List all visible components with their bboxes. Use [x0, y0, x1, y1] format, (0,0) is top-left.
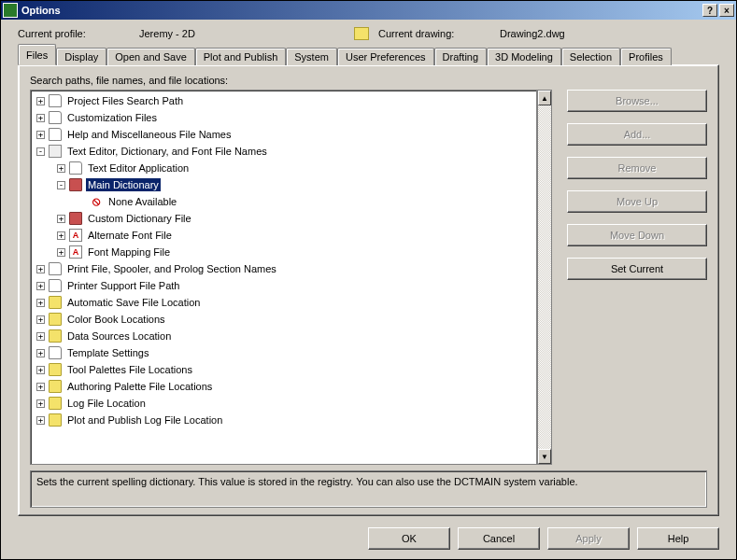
- current-profile-label: Current profile:: [18, 28, 139, 39]
- tree-item-label[interactable]: Custom Dictionary File: [86, 212, 193, 225]
- expand-icon[interactable]: +: [57, 164, 65, 173]
- expand-icon[interactable]: +: [36, 349, 45, 357]
- expand-icon[interactable]: +: [36, 399, 45, 408]
- side-button-column: Browse...Add...RemoveMove UpMove DownSet…: [567, 90, 707, 465]
- tab-open-and-save[interactable]: Open and Save: [106, 48, 194, 65]
- tab-selection[interactable]: Selection: [561, 48, 620, 65]
- tree-item-label[interactable]: Customization Files: [65, 111, 159, 124]
- tab-files[interactable]: Files: [18, 44, 56, 65]
- expand-icon[interactable]: +: [36, 383, 45, 391]
- tree-row[interactable]: +AAlternate Font File: [31, 227, 536, 244]
- current-drawing-label: Current drawing:: [378, 28, 500, 39]
- scroll-track[interactable]: [538, 105, 551, 449]
- tree-item-label[interactable]: Data Sources Location: [65, 329, 173, 343]
- folder-icon: [49, 296, 62, 309]
- tab-plot-and-publish[interactable]: Plot and Publish: [195, 48, 287, 65]
- set-current-button[interactable]: Set Current: [567, 258, 707, 280]
- expand-icon[interactable]: +: [36, 366, 45, 374]
- tab-display[interactable]: Display: [56, 48, 106, 65]
- tree-item-label[interactable]: Template Settings: [65, 346, 150, 359]
- drawing-icon: [354, 27, 369, 40]
- expand-icon[interactable]: +: [36, 416, 45, 425]
- expand-icon[interactable]: +: [36, 131, 45, 139]
- tree-item-label[interactable]: Automatic Save File Location: [65, 296, 202, 309]
- tree-row[interactable]: +Plot and Publish Log File Location: [31, 412, 536, 428]
- expand-icon[interactable]: +: [57, 215, 65, 223]
- tree-item-label[interactable]: Printer Support File Path: [65, 279, 181, 292]
- apply-button[interactable]: Apply: [547, 527, 630, 550]
- tree-item-label[interactable]: Help and Miscellaneous File Names: [65, 128, 233, 141]
- tree-row[interactable]: +Log File Location: [31, 395, 536, 412]
- tree-row[interactable]: +Color Book Locations: [31, 311, 536, 328]
- tab-profiles[interactable]: Profiles: [620, 48, 672, 65]
- tab-strip: FilesDisplayOpen and SavePlot and Publis…: [1, 46, 736, 65]
- panel-label: Search paths, file names, and file locat…: [30, 75, 707, 86]
- tree-scrollbar[interactable]: ▲ ▼: [537, 90, 552, 465]
- ok-button[interactable]: OK: [368, 527, 450, 550]
- tree-item-label[interactable]: Text Editor Application: [86, 161, 191, 175]
- tree-item-label[interactable]: Authoring Palette File Locations: [65, 380, 214, 393]
- tab-user-preferences[interactable]: User Preferences: [337, 48, 434, 65]
- tree-item-label[interactable]: Project Files Search Path: [65, 94, 185, 107]
- file-paths-tree[interactable]: +Project Files Search Path+Customization…: [30, 90, 537, 465]
- move-down-button[interactable]: Move Down: [567, 224, 707, 246]
- browse-button[interactable]: Browse...: [567, 90, 707, 112]
- collapse-icon[interactable]: -: [57, 181, 65, 189]
- dialog-footer: OK Cancel Apply Help: [1, 520, 736, 559]
- tab-system[interactable]: System: [286, 48, 337, 65]
- expand-icon[interactable]: +: [57, 231, 65, 240]
- tree-row[interactable]: +Authoring Palette File Locations: [31, 378, 536, 395]
- expand-icon[interactable]: +: [36, 282, 45, 290]
- doc-icon: [49, 111, 62, 124]
- tree-row[interactable]: +Project Files Search Path: [31, 92, 536, 109]
- tree-row[interactable]: +Custom Dictionary File: [31, 210, 536, 227]
- tree-item-label[interactable]: Tool Palettes File Locations: [65, 363, 194, 376]
- add-button[interactable]: Add...: [567, 123, 707, 146]
- tree-row[interactable]: -Text Editor, Dictionary, and Font File …: [31, 143, 536, 160]
- tree-row[interactable]: +Template Settings: [31, 344, 536, 361]
- tree-item-label[interactable]: Alternate Font File: [86, 229, 174, 242]
- tree-item-label[interactable]: Text Editor, Dictionary, and Font File N…: [65, 145, 269, 158]
- doc-icon: [69, 161, 82, 175]
- help-titlebar-button[interactable]: ?: [702, 4, 717, 17]
- expand-icon[interactable]: +: [36, 114, 45, 122]
- doc-icon: [49, 94, 62, 107]
- tree-item-label[interactable]: Log File Location: [65, 397, 148, 410]
- tab-3d-modeling[interactable]: 3D Modeling: [487, 48, 561, 65]
- expand-icon[interactable]: +: [36, 299, 45, 307]
- folder-icon: [49, 329, 62, 343]
- tree-row[interactable]: +Text Editor Application: [31, 160, 536, 176]
- tree-item-label[interactable]: Plot and Publish Log File Location: [65, 413, 224, 427]
- close-button[interactable]: ×: [719, 4, 734, 17]
- doc-icon: [49, 279, 62, 292]
- tree-row[interactable]: +AFont Mapping File: [31, 244, 536, 260]
- tree-item-label[interactable]: Print File, Spooler, and Prolog Section …: [65, 262, 278, 275]
- remove-button[interactable]: Remove: [567, 157, 707, 179]
- tree-row[interactable]: +Printer Support File Path: [31, 277, 536, 294]
- tree-item-label[interactable]: None Available: [106, 195, 178, 208]
- tree-row[interactable]: -Main Dictionary: [31, 176, 536, 193]
- tree-row[interactable]: +Help and Miscellaneous File Names: [31, 126, 536, 143]
- tree-row[interactable]: +Automatic Save File Location: [31, 294, 536, 311]
- expand-icon[interactable]: +: [36, 315, 45, 324]
- tree-item-label[interactable]: Main Dictionary: [86, 178, 161, 191]
- tab-drafting[interactable]: Drafting: [434, 48, 488, 65]
- cancel-button[interactable]: Cancel: [458, 527, 540, 550]
- scroll-down-button[interactable]: ▼: [538, 449, 551, 464]
- tree-item-label[interactable]: Color Book Locations: [65, 313, 167, 326]
- tree-row[interactable]: +Print File, Spooler, and Prolog Section…: [31, 260, 536, 277]
- tree-row[interactable]: +Data Sources Location: [31, 328, 536, 344]
- tree-row[interactable]: ⦸None Available: [31, 193, 536, 210]
- move-up-button[interactable]: Move Up: [567, 190, 707, 213]
- scroll-up-button[interactable]: ▲: [538, 91, 551, 105]
- tree-item-label[interactable]: Font Mapping File: [86, 245, 172, 259]
- expand-icon[interactable]: +: [36, 265, 45, 273]
- expand-icon[interactable]: +: [57, 248, 65, 257]
- folder-icon: [49, 413, 62, 427]
- tree-row[interactable]: +Customization Files: [31, 109, 536, 126]
- tree-row[interactable]: +Tool Palettes File Locations: [31, 361, 536, 378]
- expand-icon[interactable]: +: [36, 332, 45, 341]
- expand-icon[interactable]: +: [36, 97, 45, 105]
- help-button[interactable]: Help: [637, 527, 719, 550]
- collapse-icon[interactable]: -: [36, 147, 45, 156]
